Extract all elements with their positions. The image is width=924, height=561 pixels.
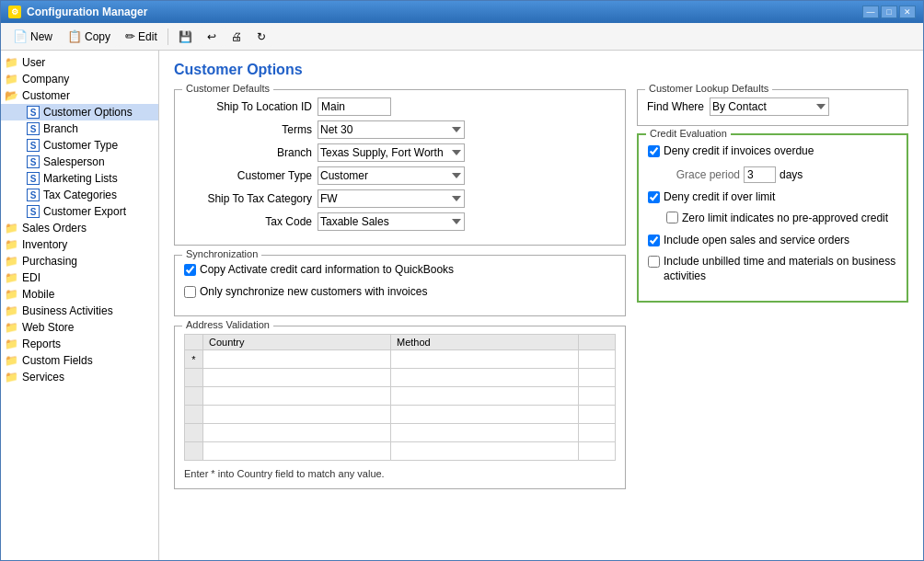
- sidebar-item-branch[interactable]: S Branch: [1, 120, 158, 137]
- sidebar-label-company: Company: [22, 73, 69, 86]
- sync-quickbooks-checkbox[interactable]: [184, 264, 196, 276]
- deny-over-limit-checkbox[interactable]: [648, 191, 660, 203]
- item-icon: S: [27, 106, 40, 119]
- sidebar-item-web-store[interactable]: 📁 Web Store: [1, 319, 158, 336]
- ship-location-row: Ship To Location ID: [184, 97, 616, 116]
- sidebar-item-tax-categories[interactable]: S Tax Categories: [1, 187, 158, 203]
- sync-quickbooks-label: Copy Activate credit card information to…: [200, 263, 454, 278]
- empty-extra: [579, 424, 616, 442]
- empty-country: [203, 406, 391, 424]
- new-button[interactable]: 📄 New: [6, 27, 59, 47]
- back-icon: ↩: [207, 30, 216, 43]
- folder-icon: 📁: [5, 321, 18, 334]
- left-col: Customer Defaults Ship To Location ID Te…: [174, 89, 626, 489]
- addr-country-input[interactable]: [207, 353, 387, 366]
- empty-method: [391, 424, 579, 442]
- item-icon: S: [27, 122, 40, 135]
- content-area: 📁 User 📁 Company 📂 Customer S Customer O…: [1, 51, 923, 560]
- empty-extra: [579, 406, 616, 424]
- empty-country: [203, 369, 391, 387]
- minimize-button[interactable]: —: [862, 6, 879, 18]
- lookup-group-title: Customer Lookup Defaults: [645, 83, 772, 94]
- page-title: Customer Options: [174, 62, 908, 78]
- save-button[interactable]: 💾: [172, 27, 199, 47]
- addr-extra-header: [579, 335, 616, 350]
- sidebar-item-sales-orders[interactable]: 📁 Sales Orders: [1, 220, 158, 236]
- empty-method: [391, 406, 579, 424]
- ship-location-input[interactable]: [318, 97, 391, 116]
- save-icon: 💾: [179, 30, 192, 43]
- sidebar-item-reports[interactable]: 📁 Reports: [1, 336, 158, 352]
- addr-group-title: Address Validation: [182, 319, 273, 330]
- addr-method-input[interactable]: [395, 353, 574, 366]
- sidebar-item-customer-export[interactable]: S Customer Export: [1, 203, 158, 220]
- find-where-select[interactable]: By Contact: [710, 97, 829, 116]
- maximize-button[interactable]: □: [881, 6, 897, 18]
- empty-num: [185, 406, 203, 424]
- sync-new-customers-label: Only synchronize new customers with invo…: [200, 285, 427, 300]
- folder-icon: 📁: [5, 255, 18, 268]
- folder-icon: 📁: [5, 222, 18, 235]
- deny-over-limit-label: Deny credit if over limit: [664, 190, 775, 205]
- sidebar-item-purchasing[interactable]: 📁 Purchasing: [1, 253, 158, 269]
- include-open-checkbox[interactable]: [648, 235, 660, 246]
- sidebar-label-custom-fields: Custom Fields: [22, 354, 93, 367]
- zero-limit-checkbox[interactable]: [666, 212, 678, 223]
- sidebar-item-company[interactable]: 📁 Company: [1, 71, 158, 87]
- copy-label: Copy: [85, 30, 110, 43]
- terms-label: Terms: [184, 123, 318, 136]
- tax-code-select[interactable]: Taxable Sales: [318, 212, 465, 231]
- sidebar-item-customer-type[interactable]: S Customer Type: [1, 137, 158, 154]
- refresh-button[interactable]: ↻: [250, 27, 272, 47]
- sidebar-label-tax-categories: Tax Categories: [43, 189, 117, 201]
- sidebar-label-user: User: [22, 56, 45, 69]
- sidebar-item-business-activities[interactable]: 📁 Business Activities: [1, 303, 158, 319]
- empty-num: [185, 442, 203, 461]
- addr-row-num: *: [185, 350, 203, 369]
- back-button[interactable]: ↩: [201, 27, 223, 47]
- addr-empty-row-2: [185, 387, 616, 406]
- print-button[interactable]: 🖨: [225, 27, 248, 47]
- sidebar-label-reports: Reports: [22, 338, 61, 350]
- sidebar-item-marketing-lists[interactable]: S Marketing Lists: [1, 170, 158, 187]
- edit-button[interactable]: ✏ Edit: [119, 27, 164, 47]
- sidebar-label-customer-export: Customer Export: [43, 205, 126, 218]
- two-col-layout: Customer Defaults Ship To Location ID Te…: [174, 89, 908, 489]
- tax-category-select[interactable]: FW: [318, 189, 465, 208]
- folder-icon: 📁: [5, 288, 18, 301]
- sidebar-item-mobile[interactable]: 📁 Mobile: [1, 286, 158, 303]
- sidebar-label-marketing-lists: Marketing Lists: [43, 172, 118, 185]
- sidebar-label-purchasing: Purchasing: [22, 255, 77, 268]
- toolbar: 📄 New 📋 Copy ✏ Edit 💾 ↩ 🖨 ↻: [1, 23, 923, 51]
- deny-overdue-label: Deny credit if invoices overdue: [664, 144, 814, 159]
- deny-overdue-checkbox[interactable]: [648, 145, 660, 157]
- sidebar-item-custom-fields[interactable]: 📁 Custom Fields: [1, 352, 158, 369]
- close-button[interactable]: ✕: [899, 6, 916, 18]
- branch-select[interactable]: Texas Supply, Fort Worth: [318, 143, 465, 162]
- sync-new-customers-checkbox[interactable]: [184, 286, 196, 298]
- sidebar-item-customer-parent[interactable]: 📂 Customer: [1, 87, 158, 104]
- sidebar-item-user[interactable]: 📁 User: [1, 54, 158, 71]
- sidebar-item-salesperson[interactable]: S Salesperson: [1, 154, 158, 170]
- edit-icon: ✏: [125, 29, 135, 43]
- sidebar-label-mobile: Mobile: [22, 288, 54, 301]
- zero-limit-row: Zero limit indicates no pre-approved cre…: [666, 212, 897, 226]
- tax-category-row: Ship To Tax Category FW: [184, 189, 616, 208]
- customer-type-row: Customer Type Customer: [184, 166, 616, 185]
- sidebar-item-services[interactable]: 📁 Services: [1, 369, 158, 385]
- sidebar-item-edi[interactable]: 📁 EDI: [1, 269, 158, 286]
- deny-overdue-row: Deny credit if invoices overdue: [648, 144, 897, 159]
- copy-button[interactable]: 📋 Copy: [61, 27, 117, 47]
- folder-icon: 📁: [5, 354, 18, 367]
- include-unbilled-checkbox[interactable]: [648, 256, 660, 268]
- terms-select[interactable]: Net 30: [318, 120, 465, 139]
- include-unbilled-label: Include unbilled time and materials on b…: [664, 255, 897, 283]
- customer-type-select[interactable]: Customer: [318, 166, 465, 185]
- sidebar-item-inventory[interactable]: 📁 Inventory: [1, 236, 158, 253]
- grace-period-input[interactable]: [744, 166, 776, 183]
- tax-code-row: Tax Code Taxable Sales: [184, 212, 616, 231]
- refresh-icon: ↻: [257, 30, 266, 43]
- empty-country: [203, 442, 391, 461]
- sidebar-item-customer-options[interactable]: S Customer Options: [1, 104, 158, 120]
- deny-over-limit-row: Deny credit if over limit: [648, 190, 897, 205]
